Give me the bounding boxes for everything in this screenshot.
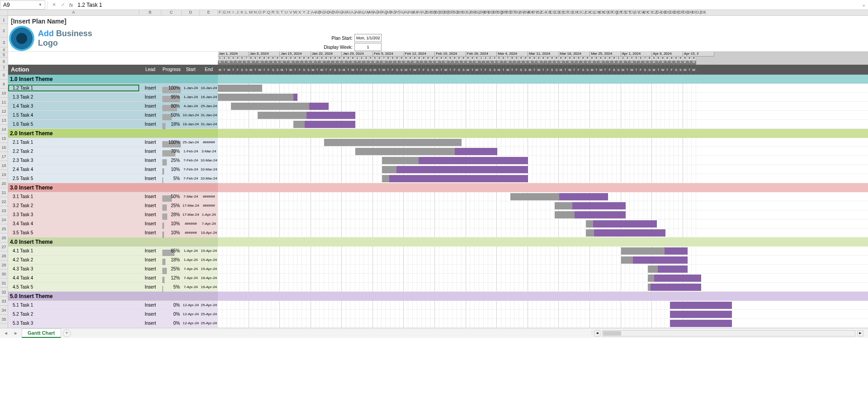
task-progress[interactable]: 0% bbox=[161, 303, 182, 308]
col-header[interactable]: BE bbox=[444, 10, 448, 15]
task-row[interactable]: 2.3 Task 3Insert25%7-Feb-2410-Mar-24 bbox=[8, 156, 218, 165]
task-name[interactable]: 1.5 Task 4 bbox=[8, 113, 139, 118]
col-header[interactable]: AQ bbox=[382, 10, 386, 15]
scroll-right-button[interactable]: ► bbox=[857, 330, 863, 336]
col-header[interactable]: DE bbox=[674, 10, 679, 15]
col-header[interactable]: AY bbox=[417, 10, 422, 15]
tab-gantt-chart[interactable]: Gantt Chart bbox=[22, 328, 61, 338]
col-header[interactable]: AC bbox=[320, 10, 324, 15]
row-header[interactable]: 14 bbox=[0, 125, 8, 134]
col-header[interactable]: AJ bbox=[351, 10, 355, 15]
col-header[interactable]: BB bbox=[430, 10, 435, 15]
col-header[interactable]: DG bbox=[683, 10, 688, 15]
row-header[interactable]: 18 bbox=[0, 161, 8, 170]
task-progress[interactable]: 12% bbox=[161, 275, 182, 280]
col-header[interactable]: BG bbox=[453, 10, 457, 15]
col-header[interactable]: AL bbox=[360, 10, 364, 15]
row-header[interactable]: 25 bbox=[0, 224, 8, 233]
task-row[interactable]: 5.2 Task 2Insert0%12-Apr-2425-Apr-24 bbox=[8, 310, 218, 319]
task-start[interactable]: 1-Jan-24 bbox=[182, 95, 200, 99]
task-lead[interactable]: Insert bbox=[139, 122, 161, 127]
task-name[interactable]: 1.6 Task 5 bbox=[8, 122, 139, 127]
col-header[interactable]: BY bbox=[533, 10, 537, 15]
col-header[interactable]: J bbox=[236, 10, 240, 15]
task-lead[interactable]: Insert bbox=[139, 257, 161, 262]
task-end[interactable]: 31-Jan-24 bbox=[200, 113, 218, 117]
task-progress[interactable]: 50% bbox=[161, 194, 182, 199]
task-name[interactable]: 4.5 Task 5 bbox=[8, 284, 139, 289]
row-header[interactable]: 24 bbox=[0, 215, 8, 224]
col-header[interactable]: Q bbox=[267, 10, 271, 15]
task-end[interactable]: 10-Jan-24 bbox=[200, 86, 218, 90]
task-progress[interactable]: 70% bbox=[161, 149, 182, 154]
col-header[interactable]: AN bbox=[368, 10, 373, 15]
task-lead[interactable]: Insert bbox=[139, 321, 161, 326]
col-header[interactable]: AA bbox=[311, 10, 316, 15]
row-header[interactable]: 20 bbox=[0, 179, 8, 188]
col-header[interactable]: BT bbox=[510, 10, 515, 15]
col-header[interactable]: O bbox=[258, 10, 262, 15]
task-name[interactable]: 3.2 Task 2 bbox=[8, 203, 139, 208]
col-header[interactable]: U bbox=[284, 10, 289, 15]
task-row[interactable]: 5.1 Task 1Insert0%12-Apr-2425-Apr-24 bbox=[8, 301, 218, 310]
row-header[interactable]: 32 bbox=[0, 288, 8, 297]
row-header[interactable]: 5 bbox=[0, 52, 8, 57]
col-header[interactable]: DD bbox=[670, 10, 674, 15]
task-lead[interactable]: Insert bbox=[139, 176, 161, 181]
col-header[interactable]: CL bbox=[590, 10, 594, 15]
task-name[interactable]: 3.5 Task 5 bbox=[8, 230, 139, 235]
col-header[interactable]: CB bbox=[546, 10, 550, 15]
task-progress[interactable]: 95% bbox=[161, 95, 182, 100]
tab-next-icon[interactable]: ► bbox=[12, 331, 20, 336]
col-header[interactable]: W bbox=[293, 10, 298, 15]
col-header[interactable]: DC bbox=[665, 10, 670, 15]
col-header[interactable]: M bbox=[249, 10, 254, 15]
task-progress[interactable]: 28% bbox=[161, 212, 182, 217]
task-row[interactable]: 3.5 Task 5Insert10%######10-Apr-24 bbox=[8, 228, 218, 237]
task-start[interactable]: 7-Feb-24 bbox=[182, 176, 200, 180]
col-header[interactable]: CS bbox=[621, 10, 626, 15]
task-row[interactable]: 4.3 Task 3Insert25%7-Apr-2415-Apr-24 bbox=[8, 265, 218, 274]
col-header[interactable]: CO bbox=[603, 10, 608, 15]
task-lead[interactable]: Insert bbox=[139, 113, 161, 118]
col-header[interactable]: BX bbox=[528, 10, 533, 15]
scroll-left-button[interactable]: ◄ bbox=[594, 330, 600, 336]
col-header[interactable]: N bbox=[253, 10, 258, 15]
row-header[interactable]: 17 bbox=[0, 152, 8, 161]
col-header[interactable]: BQ bbox=[497, 10, 501, 15]
task-row[interactable]: 3.2 Task 2Insert25%17-Mar-24###### bbox=[8, 201, 218, 210]
task-start[interactable]: 7-Apr-24 bbox=[182, 267, 200, 271]
task-end[interactable]: 31-Jan-24 bbox=[200, 122, 218, 126]
col-header[interactable]: CZ bbox=[652, 10, 656, 15]
task-end[interactable]: 18-Jan-24 bbox=[200, 95, 218, 99]
add-sheet-button[interactable]: + bbox=[63, 329, 71, 337]
task-end[interactable]: 10-Apr-24 bbox=[200, 231, 218, 235]
col-header[interactable]: AS bbox=[391, 10, 395, 15]
col-header[interactable]: CX bbox=[643, 10, 648, 15]
row-header[interactable]: 4 bbox=[0, 47, 8, 52]
row-header[interactable]: 10 bbox=[0, 89, 8, 98]
task-progress[interactable]: 18% bbox=[161, 122, 182, 127]
task-row[interactable]: 2.2 Task 2Insert70%1-Feb-243-Mar-24 bbox=[8, 147, 218, 156]
task-start[interactable]: 7-Apr-24 bbox=[182, 285, 200, 289]
gantt-bar[interactable] bbox=[218, 94, 297, 101]
task-row[interactable]: 4.1 Task 1Insert65%1-Apr-2415-Apr-24 bbox=[8, 246, 218, 256]
task-end[interactable]: 25-Apr-24 bbox=[200, 321, 218, 325]
row-header[interactable]: 15 bbox=[0, 134, 8, 143]
col-header[interactable]: DI bbox=[692, 10, 696, 15]
task-row[interactable]: 4.5 Task 5Insert5%7-Apr-2418-Apr-24 bbox=[8, 283, 218, 292]
row-header[interactable]: 9 bbox=[0, 80, 8, 89]
col-header[interactable]: Z bbox=[307, 10, 311, 15]
col-header[interactable]: AK bbox=[355, 10, 360, 15]
task-end[interactable]: 18-Apr-24 bbox=[200, 285, 218, 289]
task-name[interactable]: 5.1 Task 1 bbox=[8, 303, 139, 308]
col-header[interactable]: DB bbox=[661, 10, 665, 15]
task-lead[interactable]: Insert bbox=[139, 230, 161, 235]
col-header[interactable]: BZ bbox=[537, 10, 541, 15]
task-progress[interactable]: 25% bbox=[161, 266, 182, 271]
col-header[interactable]: CU bbox=[630, 10, 634, 15]
task-row[interactable]: 4.2 Task 2Insert18%1-Apr-2415-Apr-24 bbox=[8, 256, 218, 265]
confirm-icon[interactable]: ✓ bbox=[58, 2, 67, 8]
task-end[interactable]: 15-Apr-24 bbox=[200, 258, 218, 262]
logo-area[interactable]: Add BusinessLogo bbox=[9, 26, 92, 51]
